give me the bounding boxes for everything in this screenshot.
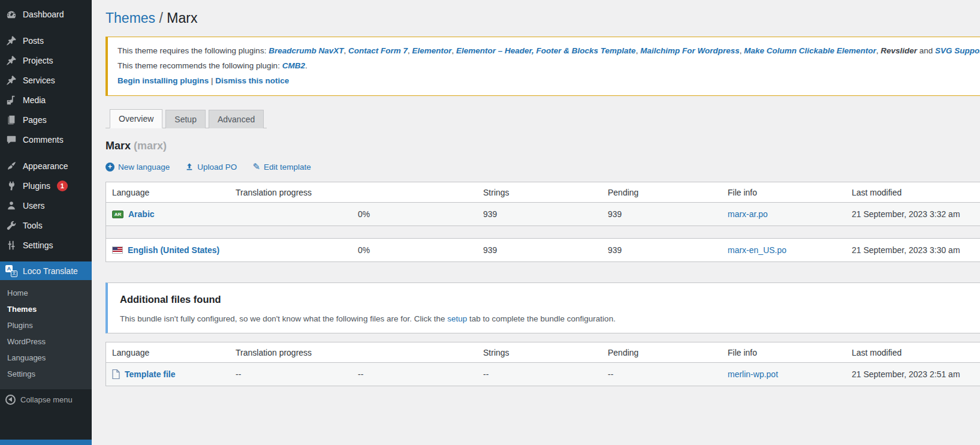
- appearance-icon: [5, 160, 17, 172]
- plugin-link-cmb2[interactable]: CMB2: [282, 61, 305, 70]
- breadcrumb: Themes / Marx: [105, 10, 980, 26]
- col-file-info: File info: [722, 188, 846, 197]
- submenu-item-languages[interactable]: Languages: [0, 350, 92, 366]
- notice-recommended-suffix: .: [305, 61, 307, 70]
- sidebar-item-label: Loco Translate: [23, 266, 78, 276]
- pencil-icon: [252, 161, 260, 172]
- plugin-link[interactable]: Contact Form 7: [348, 46, 408, 55]
- table-row-english-us: English (United States) 0% 939 939 marx-…: [106, 239, 980, 261]
- breadcrumb-themes-link[interactable]: Themes: [105, 10, 155, 26]
- strings-count: --: [477, 369, 602, 379]
- language-link-english-us[interactable]: English (United States): [128, 245, 219, 255]
- submenu-item-themes[interactable]: Themes: [0, 301, 92, 317]
- sidebar-item-label: Media: [23, 95, 46, 105]
- sidebar-item-label: Dashboard: [23, 10, 64, 19]
- col-pending: Pending: [602, 188, 722, 197]
- tab-setup[interactable]: Setup: [165, 110, 206, 128]
- sidebar-item-comments[interactable]: Comments: [0, 130, 92, 149]
- additional-files-table: Language Translation progress Strings Pe…: [105, 342, 980, 386]
- plugin-separator: ,: [636, 46, 641, 55]
- plugin-link[interactable]: Breadcrumb NavXT: [269, 46, 343, 55]
- plugin-link[interactable]: Elementor: [412, 46, 451, 55]
- sidebar-item-posts[interactable]: Posts: [0, 31, 92, 50]
- new-language-button[interactable]: New language: [105, 163, 170, 172]
- sidebar-item-appearance[interactable]: Appearance: [0, 156, 92, 176]
- sidebar-item-label: Tools: [23, 221, 43, 230]
- col-translation-progress: Translation progress: [230, 188, 477, 197]
- col-translation-progress: Translation progress: [230, 348, 477, 357]
- file-link-merlin-wp[interactable]: merlin-wp.pot: [728, 369, 778, 379]
- row-gap: [106, 225, 980, 239]
- users-icon: [5, 200, 17, 212]
- loco-translate-submenu: Home Themes Plugins WordPress Languages …: [0, 280, 92, 389]
- setup-tab-link[interactable]: setup: [447, 314, 467, 323]
- plugin-separator: and: [917, 46, 935, 55]
- plugin-link[interactable]: Mailchimp For Wordpress: [640, 46, 740, 55]
- sidebar-item-label: Comments: [23, 135, 64, 145]
- plugins-update-badge: 1: [57, 181, 68, 191]
- collapse-arrow-icon: [5, 395, 16, 405]
- plugin-separator: ,: [452, 46, 457, 55]
- col-language: Language: [106, 348, 230, 357]
- edit-template-button[interactable]: Edit template: [252, 161, 310, 172]
- upload-po-button[interactable]: Upload PO: [185, 163, 237, 172]
- col-last-modified: Last modified: [846, 188, 980, 197]
- new-language-label: New language: [118, 163, 170, 172]
- submenu-item-home[interactable]: Home: [0, 285, 92, 301]
- bundle-toolbar: New language Upload PO Edit template: [105, 161, 980, 172]
- sidebar-item-services[interactable]: Services: [0, 70, 92, 90]
- sidebar-item-settings[interactable]: Settings: [0, 235, 92, 255]
- collapse-menu-button[interactable]: Collapse menu: [0, 391, 92, 408]
- tab-advanced[interactable]: Advanced: [209, 110, 264, 128]
- submenu-item-wordpress[interactable]: WordPress: [0, 333, 92, 350]
- table-row-template-file: Template file -- -- -- -- merlin-wp.pot …: [106, 363, 980, 386]
- comments-icon: [5, 134, 17, 146]
- locale-badge-ar: AR: [112, 211, 123, 218]
- sidebar-item-plugins[interactable]: Plugins 1: [0, 176, 92, 196]
- sidebar-item-tools[interactable]: Tools: [0, 215, 92, 235]
- sidebar-item-dashboard[interactable]: Dashboard: [0, 4, 92, 24]
- sidebar-item-projects[interactable]: Projects: [0, 50, 92, 70]
- tools-icon: [5, 220, 17, 231]
- begin-installing-plugins-link[interactable]: Begin installing plugins: [117, 76, 209, 85]
- plugin-link[interactable]: Elementor – Header, Footer & Blocks Temp…: [456, 46, 636, 55]
- last-modified: 21 September, 2023 3:32 am: [846, 209, 980, 219]
- file-link-marx-en-us[interactable]: marx-en_US.po: [728, 245, 786, 255]
- pin-icon: [5, 55, 17, 67]
- document-icon: [112, 369, 120, 379]
- last-modified: 21 September, 2023 2:51 am: [846, 369, 980, 379]
- plugin-name: Revslider: [881, 46, 917, 55]
- media-icon: [5, 94, 17, 106]
- progress-placeholder: --: [236, 369, 346, 379]
- plugin-link[interactable]: Make Column Clickable Elementor: [744, 46, 876, 55]
- sidebar-item-label: Pages: [23, 115, 47, 125]
- tab-overview[interactable]: Overview: [110, 109, 162, 128]
- submenu-item-plugins[interactable]: Plugins: [0, 317, 92, 333]
- bundle-tabs: Overview Setup Advanced: [105, 109, 267, 128]
- language-link-arabic[interactable]: Arabic: [128, 209, 155, 219]
- last-modified: 21 September, 2023 3:30 am: [846, 245, 980, 255]
- sidebar-item-media[interactable]: Media: [0, 90, 92, 110]
- additional-files-panel: Additional files found This bundle isn't…: [105, 282, 980, 333]
- bundle-title: Marx (marx): [105, 140, 980, 152]
- plugin-link[interactable]: SVG Support: [935, 46, 980, 55]
- progress-percent: --: [358, 369, 363, 379]
- col-file-info: File info: [722, 348, 846, 357]
- breadcrumb-current: Marx: [167, 10, 197, 26]
- upload-icon: [185, 163, 194, 171]
- submenu-item-settings[interactable]: Settings: [0, 366, 92, 382]
- bundle-slug: (marx): [134, 140, 167, 152]
- sidebar-item-pages[interactable]: Pages: [0, 110, 92, 130]
- col-pending: Pending: [602, 348, 722, 357]
- sidebar-item-loco-translate[interactable]: A文 Loco Translate: [0, 261, 92, 280]
- sidebar-item-users[interactable]: Users: [0, 196, 92, 215]
- sidebar-item-label: Settings: [23, 240, 53, 250]
- pending-count: --: [602, 369, 722, 379]
- template-file-link[interactable]: Template file: [125, 369, 176, 379]
- dismiss-notice-link[interactable]: Dismiss this notice: [215, 76, 289, 85]
- plugins-icon: [5, 180, 17, 192]
- pin-icon: [5, 35, 17, 47]
- strings-count: 939: [477, 209, 602, 219]
- file-link-marx-ar[interactable]: marx-ar.po: [728, 209, 768, 219]
- table-row-arabic: AR Arabic 0% 939 939 marx-ar.po 21 Septe…: [106, 203, 980, 225]
